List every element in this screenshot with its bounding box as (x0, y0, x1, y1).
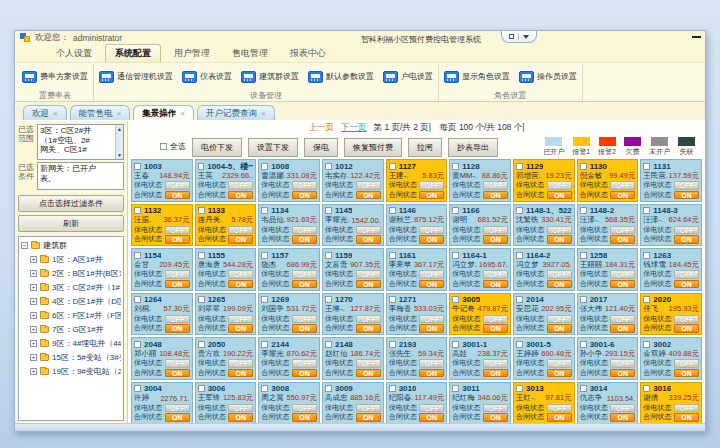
breaker-toggle[interactable]: ON (547, 324, 572, 333)
power-protect-toggle[interactable]: OFF (165, 270, 190, 279)
tree-item[interactable]: +3区：C区2#井（1#空 (30, 282, 121, 293)
ribbon-item-默认参数设置[interactable]: 默认参数设置 (306, 69, 376, 85)
power-protect-toggle[interactable]: OFF (419, 270, 444, 279)
power-protect-toggle[interactable]: OFF (483, 359, 508, 368)
power-protect-toggle[interactable]: OFF (674, 270, 699, 279)
breaker-toggle[interactable]: ON (610, 413, 635, 422)
meter-card[interactable]: 3001-5 王婷婷 690.48元 保电状态 OFF 合闸状态 ON (513, 337, 575, 380)
ribbon-item-建筑群设置[interactable]: 建筑群设置 (239, 69, 301, 85)
breaker-toggle[interactable]: ON (165, 235, 190, 244)
power-protect-toggle[interactable]: OFF (674, 181, 699, 190)
card-checkbox[interactable] (261, 252, 268, 259)
action-button-拉闸[interactable]: 拉闸 (408, 138, 442, 157)
meter-card[interactable]: 3016 谢倩 339.25元 保电状态 OFF 合闸状态 ON (640, 382, 702, 425)
ribbon-item-操作员设置[interactable]: 操作员设置 (517, 69, 579, 85)
menu-item-报表中心[interactable]: 报表中心 (281, 45, 335, 62)
power-protect-toggle[interactable]: OFF (419, 315, 444, 324)
tree-item[interactable]: +9区：4#埋电井（4#埋 (30, 338, 121, 349)
power-protect-toggle[interactable]: OFF (292, 181, 317, 190)
breaker-toggle[interactable]: ON (674, 324, 699, 333)
breaker-toggle[interactable]: ON (674, 413, 699, 422)
card-checkbox[interactable] (516, 341, 523, 348)
card-checkbox[interactable] (643, 252, 650, 259)
power-protect-toggle[interactable]: OFF (228, 226, 253, 235)
power-protect-toggle[interactable]: OFF (165, 226, 190, 235)
card-checkbox[interactable] (452, 341, 459, 348)
meter-card[interactable]: 3001-6 孙小争. 293.15元 保电状态 OFF 合闸状态 ON (577, 337, 639, 380)
action-button-设置下发[interactable]: 设置下发 (248, 138, 298, 157)
window-pill-control[interactable] (501, 31, 537, 43)
card-checkbox[interactable] (261, 385, 268, 392)
power-protect-toggle[interactable]: OFF (483, 404, 508, 413)
listbox-scrollbar[interactable]: ▲▼ (115, 125, 123, 159)
breaker-toggle[interactable]: ON (228, 413, 253, 422)
collapse-icon[interactable]: − (21, 242, 28, 249)
card-checkbox[interactable] (389, 252, 396, 259)
card-checkbox[interactable] (516, 296, 523, 303)
power-protect-toggle[interactable]: OFF (419, 359, 444, 368)
tab-集景操作[interactable]: 集景操作× (133, 105, 194, 120)
card-checkbox[interactable] (643, 341, 650, 348)
meter-card[interactable]: 1004-5、楼一 王英 2329.66.. 保电状态 OFF 合闸状态 ON (195, 159, 257, 202)
expand-icon[interactable]: + (30, 312, 37, 319)
power-protect-toggle[interactable]: OFF (356, 270, 381, 279)
card-checkbox[interactable] (261, 296, 268, 303)
power-protect-toggle[interactable]: OFF (419, 226, 444, 235)
power-protect-toggle[interactable]: OFF (547, 404, 572, 413)
card-checkbox[interactable] (452, 296, 459, 303)
card-checkbox[interactable] (516, 207, 523, 214)
meter-card[interactable]: 1157 饶杰 686.99元 保电状态 OFF 合闸状态 ON (258, 248, 320, 291)
breaker-toggle[interactable]: ON (292, 280, 317, 289)
breaker-toggle[interactable]: ON (292, 324, 317, 333)
breaker-toggle[interactable]: ON (228, 235, 253, 244)
card-checkbox[interactable] (389, 163, 396, 170)
meter-card[interactable]: 3014 仇志争 1103.54. 保电状态 OFF 合闸状态 ON (577, 382, 639, 425)
minimize-button[interactable] (692, 36, 701, 38)
breaker-toggle[interactable]: ON (483, 235, 508, 244)
tab-开户记费查询[interactable]: 开户记费查询× (197, 105, 275, 120)
meter-card[interactable]: 1131 王民营. 137.59元 保电状态 OFF 合闸状态 ON (640, 159, 702, 202)
card-checkbox[interactable] (134, 207, 141, 214)
expand-icon[interactable]: + (30, 340, 37, 347)
power-protect-toggle[interactable]: OFF (356, 315, 381, 324)
card-checkbox[interactable] (643, 163, 650, 170)
breaker-toggle[interactable]: ON (356, 235, 381, 244)
meter-card[interactable]: 1145 李耀光. 1542.00. 保电状态 OFF 合闸状态 ON (322, 204, 384, 247)
meter-card[interactable]: 3002 金双婷 409.88元 保电状态 OFF 合闸状态 ON (640, 337, 702, 380)
meter-card[interactable]: 1008 曹温娜. 331.08元 保电状态 OFF 合闸状态 ON (258, 159, 320, 202)
meter-card[interactable]: 1154 金甘 209.45元 保电状态 OFF 合闸状态 ON (131, 248, 193, 291)
meter-card[interactable]: 2193 张先生. 59.34元 保电状态 OFF 合闸状态 ON (386, 337, 448, 380)
action-button-抄表导出[interactable]: 抄表导出 (448, 138, 498, 157)
power-protect-toggle[interactable]: OFF (292, 359, 317, 368)
power-protect-toggle[interactable]: OFF (674, 226, 699, 235)
next-page-link[interactable]: 下一页 (341, 122, 367, 134)
expand-icon[interactable]: + (30, 354, 37, 361)
breaker-toggle[interactable]: ON (419, 235, 444, 244)
breaker-toggle[interactable]: ON (292, 413, 317, 422)
breaker-toggle[interactable]: ON (228, 191, 253, 200)
meter-card[interactable]: 1269 刘国争 531.72元 保电状态 OFF 合闸状态 ON (258, 293, 320, 336)
card-checkbox[interactable] (325, 385, 332, 392)
chevron-down-icon[interactable] (523, 35, 529, 39)
breaker-toggle[interactable]: ON (228, 280, 253, 289)
meter-card[interactable]: 3009 高成忠 885.16元 保电状态 OFF 合闸状态 ON (322, 382, 384, 425)
meter-card[interactable]: 1265 刘翠翠 199.09元 保电状态 OFF 合闸状态 ON (195, 293, 257, 336)
card-checkbox[interactable] (134, 252, 141, 259)
power-protect-toggle[interactable]: OFF (610, 270, 635, 279)
meter-card[interactable]: 1164-1 冯立梦. 1695.67. 保电状态 OFF 合闸状态 ON (449, 248, 511, 291)
card-checkbox[interactable] (643, 207, 650, 214)
meter-card[interactable]: 3001-1 高娃 238.37元 保电状态 OFF 合闸状态 ON (449, 337, 511, 380)
card-checkbox[interactable] (389, 385, 396, 392)
power-protect-toggle[interactable]: OFF (165, 404, 190, 413)
power-protect-toggle[interactable]: OFF (356, 359, 381, 368)
prev-page-link[interactable]: 上一页 (309, 122, 335, 134)
power-protect-toggle[interactable]: OFF (228, 359, 253, 368)
ribbon-item-费率方案设置[interactable]: 费率方案设置 (20, 69, 90, 85)
meter-card[interactable]: 1146 谢秋兰. 875.12元 保电状态 OFF 合闸状态 ON (386, 204, 448, 247)
expand-icon[interactable]: + (30, 298, 37, 305)
action-button-保电[interactable]: 保电 (304, 138, 338, 157)
breaker-toggle[interactable]: ON (292, 235, 317, 244)
card-checkbox[interactable] (261, 207, 268, 214)
meter-card[interactable]: 1148-2 汪泽-. 568.35元 保电状态 OFF 合闸状态 ON (577, 204, 639, 247)
card-checkbox[interactable] (389, 341, 396, 348)
